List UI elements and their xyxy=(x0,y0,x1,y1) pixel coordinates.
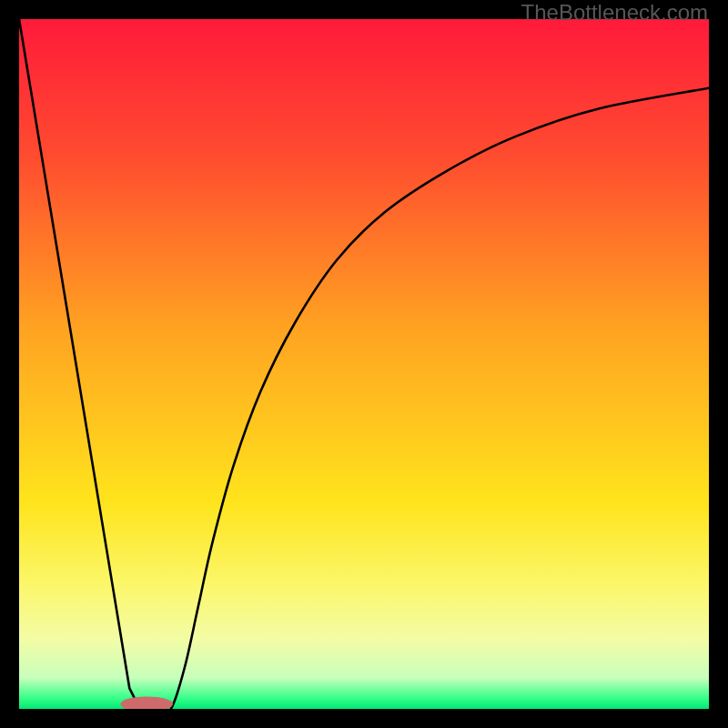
chart-frame xyxy=(19,19,709,709)
gradient-background xyxy=(19,19,709,709)
bottleneck-chart xyxy=(19,19,709,709)
